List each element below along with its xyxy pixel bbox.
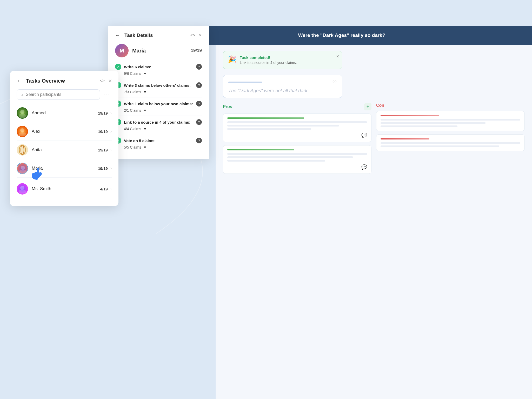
task-help-4: ? [196,119,202,125]
participant-list: Ahmed 19/19 › Alex 19/19 › [17,104,112,198]
tasks-overview-title: Tasks Overview [26,78,65,84]
task-label-4: Link to a source in 4 of your claims: [124,120,194,124]
task-divider-3 [115,116,202,116]
heart-icon[interactable]: ♡ [332,79,337,85]
cons-card-bar-2 [381,138,429,139]
pros-card-2: 💬 [223,145,371,174]
cons-card-1 [376,111,525,131]
notification-close-button[interactable]: × [336,54,339,59]
pros-cons-section: Pros + 💬 [223,103,525,177]
participant-score-smith: 4/19 [100,187,108,191]
notification-card: 🎉 Task completed! Link to a source in 4 … [223,51,342,69]
cons-card-lines-2 [381,142,520,147]
cursor-hand-icon [31,166,43,183]
participant-score-alex: 19/19 [98,129,108,134]
task-help-2: ? [196,82,202,88]
tasks-overview-panel: ← Tasks Overview <> × ⌕ ··· [10,71,118,206]
main-content-area: 🎉 Task completed! Link to a source in 4 … [216,45,532,399]
tasks-overview-back-button[interactable]: ← [17,78,22,84]
task-item-2: ✓ Write 3 claims below others' claims: ?… [115,82,202,94]
cons-label: Con [376,103,384,108]
participant-item-ahmed[interactable]: Ahmed 19/19 › [17,104,112,122]
chevron-alex: › [110,129,112,134]
task-claims-3: 2/1 Claims [124,108,141,112]
page-title: Were the "Dark Ages" really so dark? [167,32,532,38]
task-details-code-button[interactable]: <> [190,33,195,38]
task-check-1: ✓ [115,64,121,70]
comment-icon-2: 💬 [361,164,367,170]
task-details-back-button[interactable]: ← [115,32,120,38]
avatar-ahmed [17,107,28,119]
dropdown-arrow-5[interactable]: ▼ [143,145,147,149]
task-item-5: ✓ Vote on 5 claims: ? 5/5 Claims ▼ [115,137,202,149]
cons-card-bar-1 [381,115,439,116]
task-help-3: ? [196,101,202,107]
participant-name-alex: Alex [32,129,98,134]
task-item-4: ✓ Link to a source in 4 of your claims: … [115,119,202,131]
cons-card-2 [376,134,525,151]
avatar-alex [17,126,28,137]
search-participants-input[interactable] [26,92,96,97]
task-details-user-avatar: M [115,44,129,57]
tasks-overview-code-button[interactable]: <> [100,78,105,83]
notification-desc: Link to a source in 4 of your claims. [240,61,297,65]
participant-item-maria[interactable]: Maria 19/19 › [17,159,112,178]
task-details-close-button[interactable]: × [199,32,202,38]
participant-score-maria: 19/19 [98,166,108,171]
chevron-anita: › [110,148,112,152]
participant-name-ahmed: Ahmed [32,110,98,116]
dropdown-arrow-1[interactable]: ▼ [143,71,147,76]
pros-card-lines-1 [227,121,367,130]
participant-item-alex[interactable]: Alex 19/19 › [17,122,112,141]
svg-point-6 [17,144,28,156]
claim-text: The "Dark Ages" were not all that dark. [228,88,337,94]
dropdown-arrow-3[interactable]: ▼ [143,108,147,112]
chevron-maria: › [110,166,112,171]
participant-score-anita: 19/19 [98,148,108,152]
avatar-maria [17,163,28,174]
search-icon: ⌕ [21,92,23,97]
participant-name-anita: Anita [32,147,98,152]
tasks-overview-header: ← Tasks Overview <> × [17,77,112,84]
svg-point-10 [21,166,25,170]
chevron-smith: › [110,187,112,191]
task-label-1: Write 6 claims: [124,65,194,69]
pros-card-lines-2 [227,153,367,162]
task-label-3: Write 1 claim below your own claims: [124,102,194,106]
avatar-anita [17,144,28,156]
task-divider-4 [115,134,202,134]
avatar-smith [17,183,28,195]
pros-card-bar-2 [227,149,294,150]
task-divider-2 [115,97,202,97]
task-details-panel: ← Task Details <> × M Maria 19/19 ✓ Writ… [108,26,209,159]
participant-score-ahmed: 19/19 [98,111,108,115]
task-help-1: ? [196,64,202,70]
svg-point-1 [20,110,24,114]
svg-point-13 [20,186,24,190]
task-claims-5: 5/5 Claims [124,145,141,149]
pros-add-button[interactable]: + [364,103,371,110]
cons-card-lines-1 [381,119,520,127]
chevron-ahmed: › [110,111,112,115]
notification-title: Task completed! [240,55,297,60]
task-label-2: Write 3 claims below others' claims: [124,83,194,88]
more-options-button[interactable]: ··· [102,91,112,99]
comment-icon-1: 💬 [361,132,367,138]
pros-label: Pros [223,104,232,109]
task-details-user-score: 19/19 [191,48,202,53]
tasks-overview-close-button[interactable]: × [108,77,112,84]
svg-point-4 [20,128,24,132]
svg-rect-11 [19,170,26,174]
task-details-header: ← Task Details <> × [115,32,202,38]
task-claims-1: 9/6 Claims [124,71,141,76]
task-details-user-name: Maria [132,48,191,54]
participant-item-anita[interactable]: Anita 19/19 › [17,141,112,159]
svg-rect-2 [19,114,26,118]
task-item-3: ✓ Write 1 claim below your own claims: ?… [115,101,202,112]
task-item-1: ✓ Write 6 claims: ? 9/6 Claims ▼ [115,64,202,76]
task-claims-2: 7/3 Claims [124,90,141,94]
dropdown-arrow-4[interactable]: ▼ [143,127,147,131]
dropdown-arrow-2[interactable]: ▼ [143,90,147,94]
pros-card-bar-1 [227,117,304,119]
participant-name-smith: Ms. Smith [32,186,100,191]
